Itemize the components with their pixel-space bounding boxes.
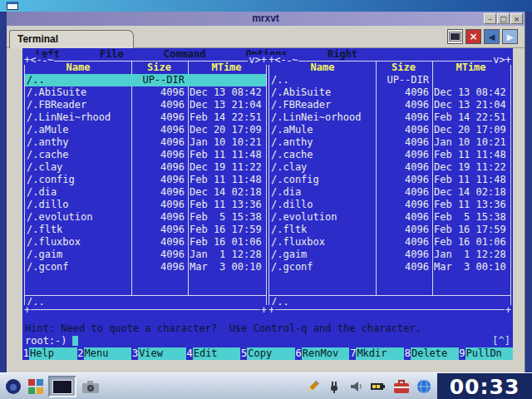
file-size: 4096 [376, 261, 431, 273]
maximize-button[interactable]: □ [497, 13, 510, 24]
file-row[interactable]: /.LinNei~rhood 4096 Feb 14 22:51 [25, 111, 266, 124]
file-row[interactable]: /.gaim 4096 Jan 1 12:28 [269, 249, 510, 261]
file-row[interactable]: /.evolution 4096 Feb 5 15:38 [269, 211, 510, 224]
file-row[interactable]: /.anthy 4096 Jan 10 10:21 [25, 136, 266, 149]
command-line[interactable]: root:-) [^] [22, 335, 513, 347]
minimize-button[interactable]: – [484, 13, 496, 24]
fkey-button[interactable]: 9 PullDn [459, 347, 514, 360]
file-mtime: Dec 13 21:04 [431, 99, 510, 111]
file-row[interactable]: /.. UP--DIR [269, 74, 510, 86]
fkey-button[interactable]: 8 Delete [404, 347, 459, 360]
file-row[interactable]: /.anthy 4096 Jan 10 10:21 [269, 136, 510, 149]
scroll-indicator[interactable]: [^] [492, 335, 510, 347]
file-mtime: Dec 19 11:22 [187, 161, 266, 174]
clock[interactable]: 00:33 [437, 373, 532, 399]
file-name: /.fltk [269, 224, 376, 236]
input-method-button[interactable] [304, 378, 321, 395]
power-button[interactable] [326, 378, 342, 395]
terminal-task-button[interactable] [48, 376, 76, 397]
toolbox-icon [393, 380, 410, 394]
taskbar: 00:33 [0, 372, 532, 399]
file-name: /.aMule [269, 124, 376, 136]
file-size: 4096 [376, 99, 431, 111]
file-name: /.config [269, 174, 376, 186]
file-row[interactable]: /.FBReader 4096 Dec 13 21:04 [25, 99, 266, 111]
launcher-button[interactable] [3, 377, 23, 397]
file-row[interactable]: /.config 4096 Feb 11 11:48 [25, 174, 266, 186]
file-row[interactable]: /.gaim 4096 Jan 1 12:28 [25, 249, 266, 261]
file-list: /.. UP--DIR /.AbiSuite 4096 Dec 13 08:42… [25, 74, 266, 273]
file-row[interactable]: /.dia 4096 Dec 14 02:18 [25, 186, 266, 199]
file-size: 4096 [376, 186, 431, 199]
panel-header: Name Size MTime [25, 62, 266, 74]
close-button[interactable]: × [510, 13, 523, 24]
file-row[interactable]: /.AbiSuite 4096 Dec 13 08:42 [269, 86, 510, 99]
battery-button[interactable] [369, 380, 387, 393]
fkey-button[interactable]: 1 Help [22, 347, 77, 360]
camera-icon [81, 380, 100, 394]
file-name: /.cache [269, 149, 376, 161]
fkey-button[interactable]: 5 Copy [240, 347, 295, 360]
tab-terminal[interactable]: Terminal [9, 30, 134, 48]
file-size: 4096 [376, 224, 431, 236]
mc-menu-item[interactable]: Command [164, 48, 206, 61]
file-row[interactable]: /.aMule 4096 Dec 20 17:09 [25, 124, 266, 136]
file-row[interactable]: /.cache 4096 Feb 11 11:48 [25, 149, 266, 161]
close-tab-button[interactable]: × [466, 29, 481, 44]
network-button[interactable] [416, 378, 432, 395]
fkey-button[interactable]: 7 Mkdir [349, 347, 404, 360]
file-row[interactable]: /.dillo 4096 Feb 11 13:36 [25, 199, 266, 211]
file-row[interactable]: /.LinNei~orhood 4096 Feb 14 22:51 [269, 111, 510, 124]
file-row[interactable]: /.fltk 4096 Feb 16 17:59 [25, 224, 266, 236]
file-row[interactable]: /.AbiSuite 4096 Dec 13 08:42 [25, 86, 266, 99]
file-row[interactable]: /.dillo 4096 Feb 11 13:36 [269, 199, 510, 211]
file-row[interactable]: /.fluxbox 4096 Feb 16 01:06 [25, 236, 266, 249]
column-header-size[interactable]: Size [376, 62, 431, 74]
file-row[interactable]: /.cache 4096 Feb 11 11:48 [269, 149, 510, 161]
fkey-button[interactable]: 6 RenMov [295, 347, 350, 360]
fkey-button[interactable]: 2 Menu [77, 347, 132, 360]
file-size: 4096 [131, 124, 187, 136]
file-row[interactable]: /.config 4096 Feb 11 11:48 [269, 174, 510, 186]
file-mtime: Feb 16 01:06 [187, 236, 266, 249]
file-mtime: Feb 11 13:36 [431, 199, 510, 211]
file-name: /.FBReader [269, 99, 376, 111]
file-row[interactable]: /.fluxbox 4096 Feb 16 01:06 [269, 236, 510, 249]
file-size: 4096 [376, 136, 431, 149]
file-name: /.. [25, 74, 131, 86]
file-mtime: Jan 10 10:21 [431, 136, 510, 149]
applications-button[interactable] [27, 378, 44, 395]
fkey-button[interactable]: 4 Edit [186, 347, 241, 360]
mc-menu-item[interactable]: File [100, 48, 124, 61]
file-row[interactable]: /.dia 4096 Dec 14 02:18 [269, 186, 510, 199]
titlebar[interactable]: mrxvt – □ × [7, 12, 525, 26]
fkey-button[interactable]: 3 View [131, 347, 186, 360]
screenshot-button[interactable] [81, 379, 101, 395]
column-header-size[interactable]: Size [131, 62, 187, 74]
file-row[interactable]: /.clay 4096 Dec 19 11:22 [25, 161, 266, 174]
mc-right-panel: +<- ~ v>+ + + Name Size MTime [268, 61, 511, 310]
fkey-number: 4 [186, 347, 193, 360]
file-size: 4096 [376, 86, 431, 99]
new-terminal-button[interactable] [447, 29, 463, 44]
file-mtime: Feb 11 11:48 [187, 149, 266, 161]
file-row[interactable]: /.clay 4096 Dec 19 11:22 [269, 161, 510, 174]
prev-tab-button[interactable]: ◀ [484, 29, 500, 44]
file-name: /.dia [25, 186, 131, 199]
file-row[interactable]: /.gconf 4096 Mar 3 00:10 [25, 261, 266, 273]
file-row[interactable]: /.. UP--DIR [25, 74, 266, 86]
file-row[interactable]: /.gconf 4096 Mar 3 00:10 [269, 261, 510, 273]
panel-status: /.. [269, 295, 510, 309]
volume-button[interactable] [347, 378, 364, 395]
tab-label: Terminal [17, 33, 58, 45]
mc-menu-item[interactable]: Right [328, 48, 357, 61]
next-tab-button[interactable]: ▶ [502, 29, 518, 44]
file-row[interactable]: /.aMule 4096 Dec 20 17:09 [269, 124, 510, 136]
fkey-number: 7 [349, 347, 356, 360]
file-row[interactable]: /.evolution 4096 Feb 5 15:38 [25, 211, 266, 224]
toolbox-button[interactable] [392, 379, 411, 395]
terminal[interactable]: LeftFileCommandOptionsRight +<- ~ v>+ + … [22, 48, 513, 360]
file-row[interactable]: /.fltk 4096 Feb 16 17:59 [269, 224, 510, 236]
file-size: 4096 [131, 199, 187, 211]
file-row[interactable]: /.FBReader 4096 Dec 13 21:04 [269, 99, 510, 111]
